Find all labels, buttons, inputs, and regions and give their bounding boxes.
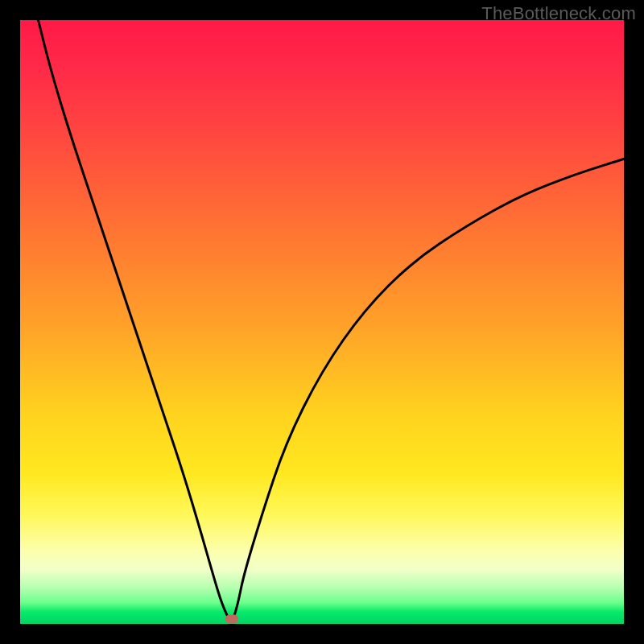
bottleneck-curve [39,20,625,619]
curve-layer [20,20,624,624]
optimal-point-marker [225,615,238,624]
chart-frame: TheBottleneck.com [0,0,644,644]
plot-area [20,20,624,624]
attribution-label: TheBottleneck.com [481,3,636,24]
